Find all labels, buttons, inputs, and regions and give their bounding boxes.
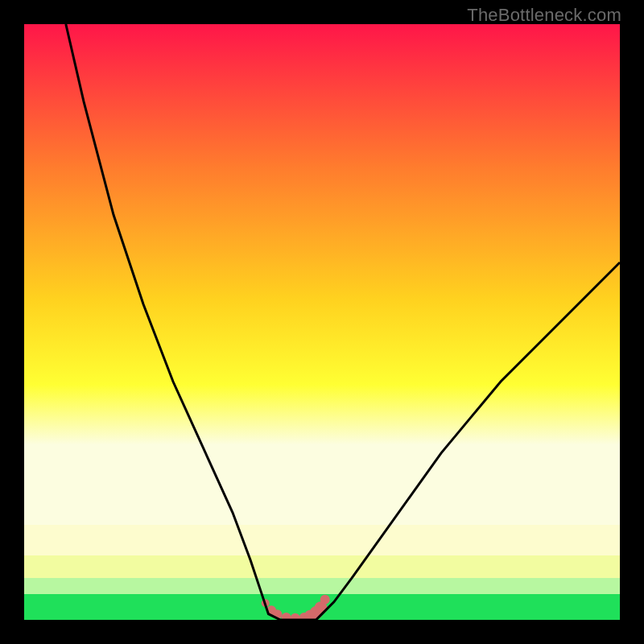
bottleneck-curve-layer bbox=[24, 24, 620, 620]
watermark-source: TheBottleneck.com bbox=[467, 5, 621, 26]
optimal-marker bbox=[320, 595, 330, 605]
bottleneck-curve bbox=[66, 24, 620, 620]
chart-frame: TheBottleneck.com bbox=[0, 0, 644, 644]
plot-area bbox=[24, 24, 620, 620]
